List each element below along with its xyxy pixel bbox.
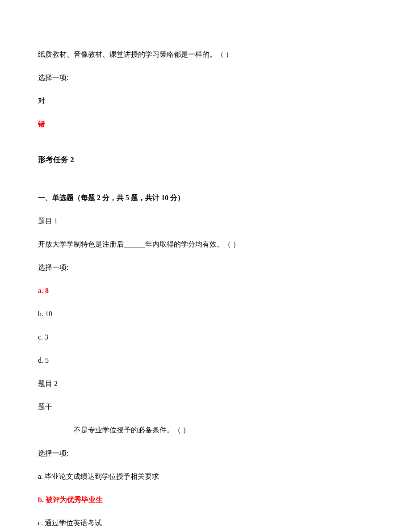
question-stem: __________不是专业学位授予的必备条件。（ ） (38, 425, 373, 436)
option-false-answer: 错 (38, 119, 373, 130)
question-stem: 纸质教材、音像教材、课堂讲授的学习策略都是一样的。（ ） (38, 49, 373, 60)
option-a: a. 毕业论文成绩达到学位授予相关要求 (38, 471, 373, 482)
section-heading: 一、单选题（每题 2 分，共 5 题，共计 10 分） (38, 193, 373, 203)
question-label: 题目 1 (38, 216, 373, 226)
option-a-answer: a. 8 (38, 285, 373, 296)
task-title: 形考任务 2 (38, 154, 373, 166)
question-label: 题目 2 (38, 378, 373, 389)
question-stem-label: 题干 (38, 402, 373, 412)
option-b: b. 10 (38, 309, 373, 319)
select-prompt: 选择一项: (38, 448, 373, 459)
option-c: c. 3 (38, 332, 373, 343)
question-stem: 开放大学学制特色是注册后______年内取得的学分均有效。（ ） (38, 239, 373, 250)
select-prompt: 选择一项: (38, 72, 373, 83)
select-prompt: 选择一项: (38, 262, 373, 273)
option-true: 对 (38, 96, 373, 106)
option-c: c. 通过学位英语考试 (38, 518, 373, 528)
option-b-answer: b. 被评为优秀毕业生 (38, 494, 373, 505)
option-d: d. 5 (38, 355, 373, 366)
